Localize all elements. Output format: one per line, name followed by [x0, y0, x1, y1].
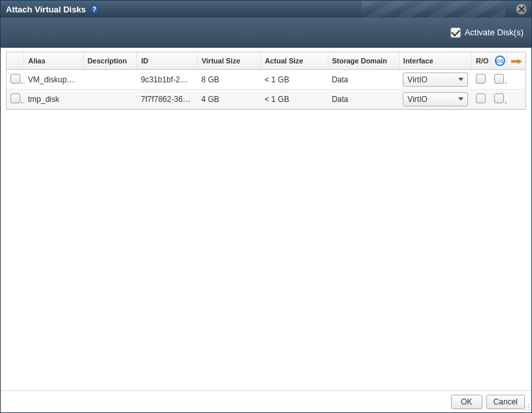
cell-storage-domain: Data: [328, 90, 399, 109]
col-header-ro[interactable]: R/O: [472, 52, 491, 70]
col-header-virtual-size[interactable]: Virtual Size: [197, 52, 260, 70]
cell-description: [83, 90, 136, 109]
interface-value: VirtIO: [407, 75, 427, 84]
cancel-button[interactable]: Cancel: [486, 395, 525, 409]
bootable-icon: [511, 57, 523, 65]
dialog-title: Attach Virtual Disks: [6, 5, 86, 14]
table-header-row: Alias Description ID Virtual Size Actual…: [7, 52, 525, 70]
titlebar: Attach Virtual Disks ?: [1, 1, 531, 18]
cell-alias: tmp_disk: [24, 90, 84, 109]
cell-alias: VM_diskup…: [24, 70, 84, 90]
cell-actual-size: < 1 GB: [260, 90, 328, 109]
interface-select[interactable]: VirtIO: [403, 92, 467, 107]
table-row[interactable]: VM_diskup… 9c31b1bf-2… 8 GB < 1 GB Data …: [7, 70, 525, 90]
svg-rect-2: [511, 60, 518, 63]
os-checkbox[interactable]: [494, 74, 504, 84]
col-header-id[interactable]: ID: [137, 52, 198, 70]
attach-virtual-disks-dialog: Attach Virtual Disks ? Activate Disk(s): [0, 0, 532, 413]
cell-storage-domain: Data: [328, 70, 399, 90]
svg-point-6: [528, 406, 529, 408]
table-row[interactable]: tmp_disk 7f7f7862-36… 4 GB < 1 GB Data V…: [7, 90, 525, 109]
svg-marker-3: [518, 59, 522, 64]
col-header-select[interactable]: [7, 52, 24, 70]
svg-point-7: [523, 409, 524, 410]
close-icon: [518, 6, 525, 12]
svg-point-4: [528, 404, 529, 405]
ok-button[interactable]: OK: [451, 395, 482, 409]
col-header-description[interactable]: Description: [83, 52, 136, 70]
col-header-actual-size[interactable]: Actual Size: [260, 52, 328, 70]
content-area: Alias Description ID Virtual Size Actual…: [1, 48, 531, 390]
chevron-down-icon: [458, 97, 463, 101]
col-header-alias[interactable]: Alias: [24, 52, 84, 70]
row-select-checkbox[interactable]: [10, 93, 20, 103]
col-header-os[interactable]: OS: [490, 52, 507, 70]
interface-value: VirtIO: [407, 95, 427, 104]
disks-table-wrap: Alias Description ID Virtual Size Actual…: [6, 52, 526, 110]
interface-select[interactable]: VirtIO: [403, 73, 467, 87]
activate-disks-toggle[interactable]: Activate Disk(s): [450, 27, 524, 38]
svg-point-5: [525, 406, 527, 408]
col-header-boot[interactable]: [507, 52, 525, 70]
cell-id: 7f7f7862-36…: [137, 90, 198, 109]
titlebar-decoration: [362, 1, 505, 18]
os-checkbox[interactable]: [494, 93, 504, 103]
cell-virtual-size: 4 GB: [197, 90, 260, 109]
help-icon[interactable]: ?: [90, 5, 99, 14]
row-select-checkbox[interactable]: [10, 74, 20, 84]
os-icon: OS: [495, 56, 505, 66]
close-button[interactable]: [516, 3, 527, 15]
col-header-storage-domain[interactable]: Storage Domain: [328, 52, 399, 70]
cell-virtual-size: 8 GB: [197, 70, 260, 90]
resize-grip-icon[interactable]: [521, 402, 530, 411]
toolbar: Activate Disk(s): [1, 18, 531, 48]
chevron-down-icon: [458, 78, 463, 81]
ro-checkbox[interactable]: [476, 74, 486, 84]
disks-table-body: VM_diskup… 9c31b1bf-2… 8 GB < 1 GB Data …: [7, 70, 525, 109]
dialog-footer: OK Cancel: [1, 390, 531, 412]
cell-description: [83, 70, 136, 90]
activate-disks-label: Activate Disk(s): [465, 27, 524, 37]
activate-disks-checkbox[interactable]: [450, 27, 461, 38]
disks-table: Alias Description ID Virtual Size Actual…: [7, 52, 525, 109]
svg-point-8: [525, 409, 527, 410]
col-header-interface[interactable]: Interface: [399, 52, 471, 70]
cell-actual-size: < 1 GB: [260, 70, 328, 90]
svg-point-9: [528, 409, 529, 410]
ro-checkbox[interactable]: [476, 93, 486, 103]
cell-id: 9c31b1bf-2…: [137, 70, 198, 90]
